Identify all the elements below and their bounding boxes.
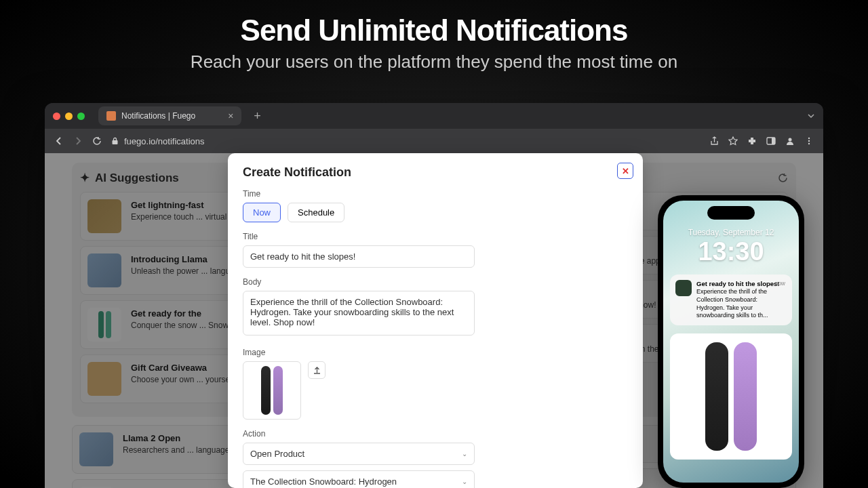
close-modal-button[interactable]: ✕ xyxy=(617,163,633,179)
notification-timestamp: now xyxy=(774,280,785,287)
extensions-icon[interactable] xyxy=(747,136,757,146)
menu-icon[interactable] xyxy=(804,136,814,146)
svg-rect-0 xyxy=(113,140,118,144)
traffic-lights xyxy=(53,113,85,120)
action-select[interactable]: Open Product ⌄ xyxy=(243,443,475,465)
profile-icon[interactable] xyxy=(785,136,795,146)
time-schedule-button[interactable]: Schedule xyxy=(288,203,344,222)
app-icon xyxy=(675,280,692,296)
hero-subtitle: Reach your users on the platform they sp… xyxy=(0,52,868,73)
chevron-down-icon: ⌄ xyxy=(462,478,467,485)
notification-preview: Get ready to hit the slopes! Experience … xyxy=(670,274,792,325)
browser-window: Notifications | Fuego × + fuego.io/notif… xyxy=(45,103,823,488)
tab-overflow-icon[interactable] xyxy=(807,112,815,120)
url-bar: fuego.io/notifications xyxy=(45,129,823,153)
svg-point-4 xyxy=(808,138,810,139)
title-label: Title xyxy=(243,232,628,241)
snowboard-icon xyxy=(705,342,728,451)
url-input[interactable]: fuego.io/notifications xyxy=(111,136,701,146)
maximize-window-icon[interactable] xyxy=(77,113,85,120)
body-label: Body xyxy=(243,277,628,287)
share-icon[interactable] xyxy=(710,136,719,146)
browser-tab[interactable]: Notifications | Fuego × xyxy=(98,106,241,125)
new-tab-button[interactable]: + xyxy=(254,109,261,123)
forward-icon[interactable] xyxy=(73,136,83,146)
lock-screen-time: 13:30 xyxy=(663,237,799,266)
url-text: fuego.io/notifications xyxy=(124,136,205,146)
body-textarea[interactable] xyxy=(243,291,475,336)
svg-point-5 xyxy=(808,140,810,142)
star-icon[interactable] xyxy=(728,136,738,146)
snowboard-icon xyxy=(261,366,271,415)
phone-notch xyxy=(707,206,755,220)
title-input[interactable] xyxy=(243,245,475,268)
upload-image-button[interactable] xyxy=(308,361,326,379)
create-notification-modal: ✕ Create Notification Time Now Schedule … xyxy=(228,153,643,488)
close-tab-icon[interactable]: × xyxy=(228,110,233,121)
reload-icon[interactable] xyxy=(92,136,102,146)
modal-title: Create Notification xyxy=(243,165,628,180)
panel-icon[interactable] xyxy=(766,136,776,146)
snowboard-icon xyxy=(734,342,757,451)
lock-icon xyxy=(111,137,119,145)
product-select[interactable]: The Collection Snowboard: Hydrogen ⌄ xyxy=(243,470,475,488)
lock-screen-date: Tuesday, September 12 xyxy=(663,228,799,237)
svg-point-6 xyxy=(808,143,810,144)
svg-rect-2 xyxy=(772,138,775,144)
favicon-icon xyxy=(106,111,116,121)
browser-tab-bar: Notifications | Fuego × + xyxy=(45,103,823,129)
tab-title: Notifications | Fuego xyxy=(121,111,195,121)
image-label: Image xyxy=(243,348,628,357)
phone-preview: Tuesday, September 12 13:30 Get ready to… xyxy=(658,195,804,488)
minimize-window-icon[interactable] xyxy=(65,113,73,120)
notification-image xyxy=(670,333,792,460)
chevron-down-icon: ⌄ xyxy=(462,450,467,458)
back-icon[interactable] xyxy=(54,136,64,146)
time-now-button[interactable]: Now xyxy=(243,203,281,222)
time-label: Time xyxy=(243,189,628,199)
page-content: ✦ AI Suggestions Get lightning-fastExper… xyxy=(45,153,823,488)
svg-point-3 xyxy=(789,138,792,142)
close-window-icon[interactable] xyxy=(53,113,60,120)
hero-title: Send Unlimited Notifications xyxy=(0,14,868,47)
action-label: Action xyxy=(243,429,628,439)
image-preview[interactable] xyxy=(243,361,301,420)
snowboard-icon xyxy=(273,366,283,415)
